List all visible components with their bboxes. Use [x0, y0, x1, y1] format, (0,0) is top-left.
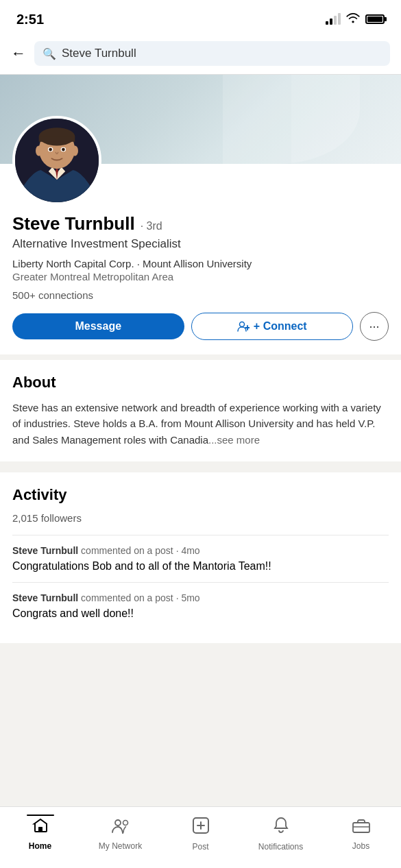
svg-rect-13: [38, 827, 42, 832]
connect-button[interactable]: + Connect: [191, 313, 354, 340]
nav-item-notifications[interactable]: Notifications: [241, 814, 321, 852]
activity-author-1: Steve Turnbull: [12, 545, 78, 556]
connect-label: + Connect: [254, 320, 307, 333]
my-network-icon: [111, 817, 130, 839]
svg-point-9: [72, 145, 78, 156]
nav-item-home[interactable]: Home: [0, 815, 80, 851]
svg-point-15: [123, 821, 127, 825]
nav-active-indicator: [27, 815, 54, 816]
divider-2: [0, 461, 401, 467]
more-icon: ···: [369, 320, 379, 334]
activity-author-2: Steve Turnbull: [12, 592, 78, 603]
avatar: [12, 116, 101, 205]
activity-attribution-2: Steve Turnbull commented on a post · 5mo: [12, 592, 389, 603]
name-row: Steve Turnbull · 3rd: [12, 213, 389, 234]
activity-item-2: Steve Turnbull commented on a post · 5mo…: [12, 582, 389, 629]
svg-point-14: [115, 820, 121, 825]
status-icons: [326, 12, 385, 26]
university-name: Mount Allison University: [143, 258, 252, 269]
notifications-label: Notifications: [258, 842, 303, 852]
search-input-value: Steve Turnbull: [62, 47, 136, 60]
svg-point-10: [239, 322, 244, 327]
activity-item: Steve Turnbull commented on a post · 4mo…: [12, 535, 389, 582]
activity-content-1: Congratulations Bob and to all of the Ma…: [12, 560, 389, 572]
back-button[interactable]: ←: [11, 45, 26, 62]
svg-point-6: [49, 148, 52, 152]
post-icon: [192, 817, 210, 839]
profile-title: Alternative Investment Specialist: [12, 237, 389, 251]
action-buttons: Message + Connect ···: [12, 312, 389, 341]
home-icon: [32, 817, 49, 839]
activity-time-1: 4mo: [181, 545, 199, 556]
profile-meta: Liberty North Capital Corp. · Mount Alli…: [12, 258, 389, 269]
nav-item-post[interactable]: Post: [160, 814, 241, 852]
wifi-icon: [346, 12, 360, 26]
status-time: 2:51: [16, 12, 44, 27]
svg-point-8: [36, 145, 42, 156]
profile-name: Steve Turnbull: [12, 213, 135, 234]
separator: ·: [137, 258, 143, 269]
activity-content-2: Congrats and well done!!: [12, 607, 389, 620]
company-name: Liberty North Capital Corp.: [12, 258, 134, 269]
activity-title: Activity: [12, 486, 389, 504]
status-bar: 2:51: [0, 0, 401, 36]
svg-point-7: [62, 148, 65, 152]
connections-count: 500+ connections: [12, 289, 389, 301]
home-label: Home: [29, 841, 51, 851]
connect-icon: [237, 321, 250, 332]
about-section: About Steve has an extensive network and…: [0, 360, 401, 461]
divider-1: [0, 354, 401, 360]
post-label: Post: [192, 842, 208, 852]
connection-degree: · 3rd: [141, 220, 162, 232]
activity-time-2: 5mo: [181, 592, 199, 603]
about-content: Steve has an extensive network and bread…: [12, 402, 381, 446]
nav-item-my-network[interactable]: My Network: [80, 815, 160, 851]
bottom-nav: Home My Network Post: [0, 806, 401, 868]
about-title: About: [12, 374, 389, 391]
svg-rect-19: [353, 823, 369, 832]
search-icon: 🔍: [42, 47, 56, 60]
see-more-link[interactable]: ...see more: [208, 434, 260, 446]
more-button[interactable]: ···: [360, 312, 389, 341]
activity-section: Activity 2,015 followers Steve Turnbull …: [0, 472, 401, 643]
message-button[interactable]: Message: [12, 313, 184, 339]
my-network-label: My Network: [99, 841, 142, 851]
notifications-icon: [273, 817, 289, 839]
nav-item-jobs[interactable]: Jobs: [321, 815, 401, 851]
signal-icon: [326, 14, 341, 25]
svg-rect-3: [39, 136, 75, 142]
profile-info: Steve Turnbull · 3rd Alternative Investm…: [0, 205, 401, 341]
svg-point-2: [39, 128, 75, 145]
activity-attribution-1: Steve Turnbull commented on a post · 4mo: [12, 545, 389, 556]
profile-header: Steve Turnbull · 3rd Alternative Investm…: [0, 75, 401, 354]
search-input-wrapper[interactable]: 🔍 Steve Turnbull: [34, 41, 390, 66]
about-text: Steve has an extensive network and bread…: [12, 400, 389, 448]
jobs-icon: [352, 817, 371, 839]
profile-location: Greater Montreal Metropolitan Area: [12, 271, 389, 282]
jobs-label: Jobs: [352, 841, 369, 851]
followers-count: 2,015 followers: [12, 512, 389, 524]
search-bar: ← 🔍 Steve Turnbull: [0, 36, 401, 75]
battery-icon: [365, 14, 385, 24]
